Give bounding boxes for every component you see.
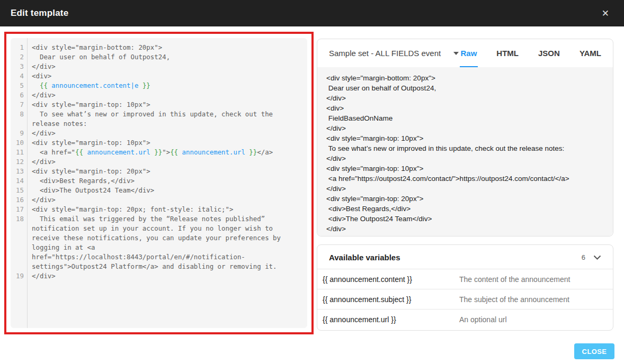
highlight-annotation-box: 1<div style="margin-bottom: 20px">2 Dear… — [4, 32, 314, 334]
chevron-down-icon[interactable] — [593, 255, 601, 260]
close-button[interactable]: CLOSE — [574, 343, 614, 359]
editor-line: 5 {{ announcement.content|e }} — [11, 81, 307, 90]
line-number: 18 — [11, 214, 27, 271]
tab-html[interactable]: HTML — [495, 39, 520, 67]
code-text: {{ announcement.content|e }} — [27, 81, 307, 90]
variables-meta: 6 — [582, 253, 601, 261]
raw-preview-output[interactable]: <div style="margin-bottom: 20px"> Dear u… — [317, 67, 613, 236]
preview-line: <div>Best Regards,</div> — [326, 204, 604, 214]
editor-line: 12</div> — [11, 157, 307, 167]
editor-line: 16</div> — [11, 195, 307, 205]
code-text: <div style="margin-top: 10px"> — [27, 138, 307, 148]
preview-tabs: RawHTMLJSONYAML — [460, 39, 602, 67]
variable-row[interactable]: {{ announcement.content }}The content of… — [317, 269, 613, 289]
line-number: 9 — [11, 129, 27, 138]
close-icon[interactable]: ✕ — [598, 6, 613, 21]
tab-json[interactable]: JSON — [537, 39, 561, 67]
preview-line: <div style="margin-top: 20px; font-style… — [326, 234, 604, 236]
variable-name: {{ announcement.content }} — [323, 275, 459, 284]
variables-title: Available variables — [329, 253, 400, 262]
editor-line: 7<div style="margin-top: 10px"> — [11, 100, 307, 110]
line-number: 2 — [11, 52, 27, 62]
dialog-title: Edit template — [11, 8, 68, 19]
preview-line: <div style="margin-top: 10px"> — [326, 163, 604, 174]
line-number: 6 — [11, 90, 27, 100]
preview-line: </div> — [326, 184, 604, 194]
variable-description: The content of the announcement — [459, 275, 608, 284]
editor-line: 4<div> — [11, 71, 307, 81]
available-variables-card: Available variables 6 {{ announcement.co… — [317, 244, 613, 331]
editor-line: 18 This email was triggered by the “Rele… — [11, 214, 307, 271]
line-number: 12 — [11, 157, 27, 167]
line-number: 4 — [11, 71, 27, 81]
code-text: Dear user on behalf of Outpost24, — [27, 52, 307, 62]
preview-line: </div> — [326, 93, 604, 103]
preview-line: </div> — [326, 224, 604, 234]
code-text: </div> — [27, 195, 307, 205]
line-number: 19 — [11, 271, 27, 281]
editor-line: 11 <a href="{{ announcement.url }}">{{ a… — [11, 148, 307, 157]
variable-row[interactable]: {{ announcement.url }}An optional url — [317, 309, 613, 329]
variable-name: {{ announcement.subject }} — [323, 295, 459, 304]
code-text: <div style="margin-top: 20px"> — [27, 167, 307, 176]
sample-set-label: Sample set - ALL FIELDS event — [329, 49, 441, 58]
preview-line: <a href="https://outpost24.com/contact/"… — [326, 174, 604, 184]
line-number: 13 — [11, 167, 27, 176]
variable-row[interactable]: {{ announcement.subject }}The subject of… — [317, 289, 613, 309]
editor-line: 17<div style="margin-top: 20px; font-sty… — [11, 205, 307, 214]
editor-line: 1<div style="margin-bottom: 20px"> — [11, 43, 307, 52]
code-text: <div>The Outpost24 Team</div> — [27, 186, 307, 195]
code-text: <div> — [27, 71, 307, 81]
line-number: 16 — [11, 195, 27, 205]
code-text: <div style="margin-top: 20px; font-style… — [27, 205, 307, 214]
preview-line: To see what’s new or improved in this up… — [326, 143, 604, 153]
line-number: 10 — [11, 138, 27, 148]
line-number: 15 — [11, 186, 27, 195]
variables-count: 6 — [582, 253, 585, 261]
editor-line: 15 <div>The Outpost24 Team</div> — [11, 186, 307, 195]
editor-line: 9</div> — [11, 129, 307, 138]
line-number: 3 — [11, 62, 27, 71]
preview-card: Sample set - ALL FIELDS event RawHTMLJSO… — [317, 39, 613, 236]
line-number: 5 — [11, 81, 27, 90]
code-text: <div style="margin-bottom: 20px"> — [27, 43, 307, 52]
code-text: </div> — [27, 62, 307, 71]
editor-line: 19</div> — [11, 271, 307, 281]
line-number: 7 — [11, 100, 27, 110]
preview-header: Sample set - ALL FIELDS event RawHTMLJSO… — [317, 39, 613, 67]
template-code-editor[interactable]: 1<div style="margin-bottom: 20px">2 Dear… — [11, 38, 307, 328]
available-variables-header: Available variables 6 — [317, 245, 613, 269]
preview-line: <div style="margin-bottom: 20px"> — [326, 73, 604, 83]
editor-line: 14 <div>Best Regards,</div> — [11, 176, 307, 186]
preview-line: <div>The Outpost24 Team</div> — [326, 214, 604, 224]
editor-line: 3</div> — [11, 62, 307, 71]
variable-name: {{ announcement.url }} — [323, 315, 459, 324]
code-text: </div> — [27, 90, 307, 100]
line-number: 14 — [11, 176, 27, 186]
variable-description: The subject of the announcement — [459, 295, 608, 304]
preview-line: Dear user on behalf of Outpost24, — [326, 83, 604, 93]
tab-raw[interactable]: Raw — [460, 39, 478, 67]
dialog-header: Edit template ✕ — [0, 0, 624, 26]
editor-line: 6</div> — [11, 90, 307, 100]
code-text: </div> — [27, 271, 307, 281]
code-text: </div> — [27, 129, 307, 138]
code-text: This email was triggered by the “Release… — [27, 214, 307, 271]
editor-line: 8 To see what’s new or improved in this … — [11, 110, 307, 129]
code-text: <a href="{{ announcement.url }}">{{ anno… — [27, 148, 307, 157]
preview-line: <div style="margin-top: 10px"> — [326, 133, 604, 143]
editor-line: 10<div style="margin-top: 10px"> — [11, 138, 307, 148]
code-text: <div style="margin-top: 10px"> — [27, 100, 307, 110]
preview-line: </div> — [326, 153, 604, 163]
code-text: To see what’s new or improved in this up… — [27, 110, 307, 129]
line-number: 11 — [11, 148, 27, 157]
line-number: 8 — [11, 110, 27, 129]
tab-yaml[interactable]: YAML — [578, 39, 602, 67]
preview-line: </div> — [326, 123, 604, 133]
variables-rows: {{ announcement.content }}The content of… — [317, 269, 613, 329]
code-text: <div>Best Regards,</div> — [27, 176, 307, 186]
sample-set-select[interactable]: Sample set - ALL FIELDS event — [329, 39, 459, 67]
editor-lines: 1<div style="margin-bottom: 20px">2 Dear… — [11, 43, 307, 281]
editor-line: 2 Dear user on behalf of Outpost24, — [11, 52, 307, 62]
preview-line: <div> — [326, 103, 604, 113]
